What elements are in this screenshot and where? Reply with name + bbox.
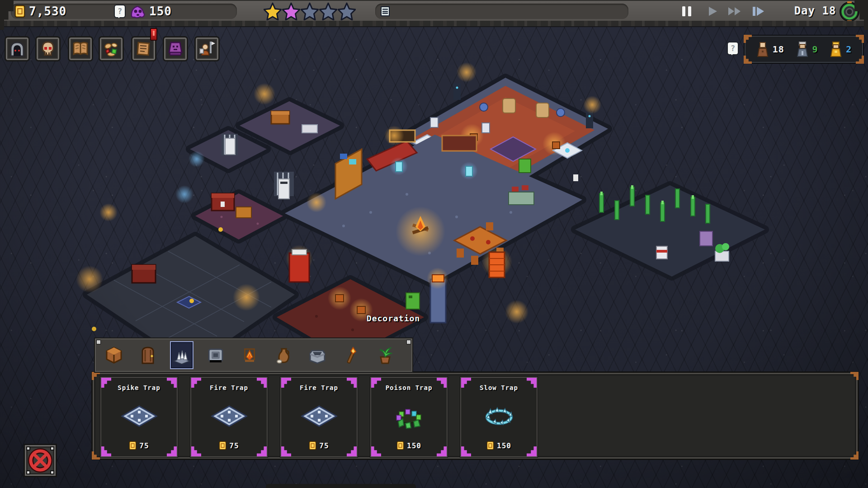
spike-trap-tab-icon <box>173 346 191 364</box>
campfire-icon <box>241 346 259 364</box>
toolbar-creatures-button[interactable] <box>35 36 61 61</box>
panel-corner <box>744 56 752 64</box>
toolbar-dungeon-gate-button[interactable] <box>5 36 30 61</box>
card-slow-trap[interactable]: Slow Trap 150 <box>460 376 538 458</box>
fire-trap-icon <box>300 404 338 428</box>
panel-corner <box>92 372 100 380</box>
build-menu-tabs <box>94 338 413 373</box>
star-icon <box>301 2 319 20</box>
toolbar-research-button[interactable] <box>68 36 93 61</box>
star-icon <box>338 2 356 20</box>
card-fire-trap[interactable]: Fire Trap 75 <box>190 376 268 458</box>
furnace-icon <box>308 346 326 364</box>
bottom-panel-edge <box>266 484 416 488</box>
tab-campfires[interactable] <box>238 341 261 369</box>
tab-doors[interactable] <box>136 341 160 369</box>
star-icon <box>282 2 300 20</box>
message-log-bar[interactable] <box>375 4 628 19</box>
slow-trap-icon <box>480 404 518 429</box>
crate-icon <box>105 346 123 364</box>
gold-coin-icon <box>219 441 226 450</box>
skip-button[interactable] <box>748 3 769 20</box>
toolbar-resources-button[interactable] <box>99 36 124 61</box>
card-spike-trap[interactable]: Spike Trap 75 <box>100 376 178 458</box>
population-elders: 9 <box>796 42 818 57</box>
purple-altar-icon <box>166 40 184 58</box>
card-price: 75 <box>219 441 239 450</box>
question-bubble-icon: ? <box>727 42 739 55</box>
hover-tooltip: Decoration <box>357 314 429 323</box>
tab-plants[interactable] <box>373 341 397 369</box>
star-icon <box>319 2 337 20</box>
hero-count: 2 <box>846 44 852 55</box>
fire-trap-icon <box>210 404 248 428</box>
skull-icon <box>39 40 57 58</box>
tab-crates[interactable] <box>102 341 126 369</box>
fast-forward-button[interactable] <box>724 3 745 20</box>
dungeon-rating-stars <box>264 2 356 20</box>
torch-icon <box>342 346 360 364</box>
tab-plates[interactable] <box>204 341 227 369</box>
log-icon <box>381 6 390 16</box>
game-screen: Decoration 7,530 ? 150 <box>0 0 868 488</box>
card-fire-trap-2[interactable]: Fire Trap 75 <box>280 376 358 458</box>
tab-pottery[interactable] <box>272 341 295 369</box>
elder-grey-icon <box>796 42 809 57</box>
tab-traps[interactable] <box>170 341 193 369</box>
close-build-menu-button[interactable] <box>24 444 57 477</box>
mana-amount: 150 <box>149 4 172 19</box>
panel-corner <box>856 35 864 43</box>
card-title: Slow Trap <box>480 384 518 391</box>
build-menu-shelf: Spike Trap 75 Fire Trap 75 Fire Trap 75 <box>91 371 859 460</box>
star-icon <box>264 2 282 20</box>
ghost-icon <box>129 4 146 19</box>
population-workers: 18 <box>756 42 784 57</box>
hero-gold-icon <box>829 42 843 57</box>
gold-amount: 7,530 <box>29 4 66 19</box>
tab-torches[interactable] <box>340 341 363 369</box>
plant-icon <box>376 346 394 364</box>
card-title: Fire Trap <box>210 384 248 391</box>
pause-button[interactable] <box>676 3 697 20</box>
gold-coin-icon <box>309 441 316 450</box>
tab-furnaces[interactable] <box>306 341 329 369</box>
mana-resource: ? 150 <box>114 4 172 19</box>
resource-pill: 7,530 ? 150 <box>11 4 237 19</box>
poison-trap-icon <box>390 404 428 429</box>
jug-icon <box>274 346 292 364</box>
panel-corner <box>744 35 752 43</box>
fast-forward-icon <box>727 5 742 18</box>
population-help-bubble[interactable]: ? <box>727 42 739 55</box>
cancel-icon <box>28 448 53 473</box>
notice-scroll-icon <box>135 40 153 58</box>
panel-corner <box>856 56 864 64</box>
population-panel: 18 9 2 <box>744 35 864 64</box>
door-icon <box>139 346 157 364</box>
gold-coin-icon <box>129 441 137 450</box>
pause-icon <box>680 5 693 18</box>
book-icon <box>71 40 90 58</box>
dungeon-gate-icon <box>8 40 26 58</box>
toolbar-heroes-button[interactable] <box>194 36 220 61</box>
play-button[interactable] <box>702 3 722 20</box>
panel-corner <box>850 372 859 380</box>
card-price: 75 <box>309 441 329 450</box>
card-price: 150 <box>396 441 421 450</box>
card-title: Spike Trap <box>118 384 160 391</box>
card-title: Poison Trap <box>386 384 433 391</box>
gold-coin-icon <box>486 441 494 450</box>
card-title: Fire Trap <box>300 384 338 391</box>
panel-corner <box>92 451 100 460</box>
day-counter: Day 18 <box>790 5 840 17</box>
loot-pile-icon <box>102 40 120 58</box>
hero-flag-icon <box>198 40 216 58</box>
gold-resource: 7,530 <box>14 4 66 19</box>
card-poison-trap[interactable]: Poison Trap 1 <box>370 376 448 458</box>
skip-icon <box>750 5 766 18</box>
gold-coin-icon <box>396 441 404 450</box>
toolbar-rituals-button[interactable] <box>163 36 188 61</box>
worker-count: 18 <box>773 44 784 55</box>
play-icon <box>705 5 719 18</box>
population-heroes: 2 <box>829 42 852 57</box>
top-bar: 7,530 ? 150 <box>0 0 868 21</box>
